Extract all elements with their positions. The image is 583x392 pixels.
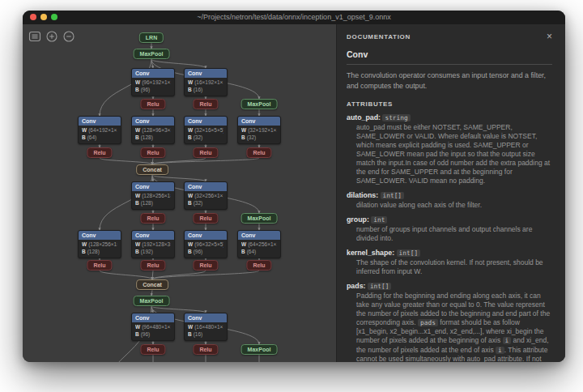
conv-node-header[interactable]: Conv <box>185 117 227 126</box>
graph-node-conv[interactable]: ConvW(96×192×1×1)B(96) <box>131 68 175 96</box>
conv-weight-row: W(128×256×1×1) <box>82 241 117 249</box>
conv-weight-row: B(192) <box>135 249 171 256</box>
graph-node-relu[interactable]: Relu <box>140 147 165 158</box>
conv-node-body: W(96×480×1×1)B(96) <box>132 322 174 340</box>
conv-node-body: W(32×16×5×5)B(32) <box>185 126 227 143</box>
graph-node-relu[interactable]: Relu <box>246 260 271 271</box>
attribute-type: int[] <box>368 283 391 290</box>
graph-edge <box>152 271 153 279</box>
attribute-type: int[] <box>397 249 420 257</box>
conv-node-header[interactable]: Conv <box>132 313 174 322</box>
graph-node-relu[interactable]: Relu <box>140 344 165 355</box>
conv-node-body: W(16×480×1×1)B(16) <box>185 322 227 340</box>
attribute-name: group: int <box>347 215 552 224</box>
conv-node-header[interactable]: Conv <box>238 231 280 240</box>
conv-weight-row: W(96×32×5×5) <box>188 241 223 249</box>
conv-node-body: W(192×128×3×3)B(192) <box>132 240 174 258</box>
close-icon[interactable]: × <box>547 32 552 40</box>
conv-node-body: W(96×192×1×1)B(96) <box>132 78 174 96</box>
app-window: ~/Projects/netron/test/data/onnx/incepti… <box>23 11 565 362</box>
conv-weight-row: B(96) <box>188 249 223 256</box>
graph-node-concat[interactable]: Concat <box>136 164 168 175</box>
conv-weight-row: W(128×256×1×1) <box>135 193 171 200</box>
attribute-entry: auto_pad: stringauto_pad must be either … <box>347 113 552 185</box>
graph-node-maxpool[interactable]: MaxPool <box>134 296 170 306</box>
conv-node-header[interactable]: Conv <box>79 117 121 126</box>
attribute-description: auto_pad must be either NOTSET, SAME_UPP… <box>356 123 552 185</box>
graph-node-maxpool[interactable]: MaxPool <box>241 99 278 109</box>
conv-node-body: W(128×96×3×3)B(128) <box>132 126 174 143</box>
graph-node-conv[interactable]: ConvW(192×128×3×3)B(192) <box>131 230 175 258</box>
graph-edge <box>100 158 152 164</box>
graph-node-concat[interactable]: Concat <box>136 279 168 290</box>
graph-edge <box>151 290 152 296</box>
graph-node-relu[interactable]: Relu <box>193 99 218 109</box>
conv-weight-row: W(32×256×1×1) <box>188 193 223 200</box>
documentation-panel: DOCUMENTATION × Conv The convolution ope… <box>336 24 565 362</box>
conv-node-body: W(128×256×1×1)B(128) <box>79 240 121 258</box>
attribute-type: string <box>382 114 410 121</box>
graph-edge <box>152 158 153 164</box>
conv-weight-row: B(128) <box>82 249 117 256</box>
graph-node-conv[interactable]: ConvW(128×96×3×3)B(128) <box>131 116 175 144</box>
graph-node-relu[interactable]: Relu <box>87 147 112 158</box>
conv-node-header[interactable]: Conv <box>185 231 227 240</box>
graph-node-relu[interactable]: Relu <box>193 213 218 224</box>
graph-node-lrn[interactable]: LRN <box>139 32 164 43</box>
attribute-name: pads: int[] <box>347 282 552 290</box>
conv-weight-row: B(128) <box>135 134 171 142</box>
graph-node-conv[interactable]: ConvW(32×256×1×1)B(32) <box>184 181 228 210</box>
graph-edge <box>152 271 206 279</box>
conv-weight-row: B(128) <box>135 200 171 207</box>
conv-node-header[interactable]: Conv <box>132 182 174 191</box>
graph-node-conv[interactable]: ConvW(96×32×5×5)B(96) <box>184 230 228 258</box>
graph-node-conv[interactable]: ConvW(16×480×1×1)B(16) <box>184 313 228 341</box>
conv-weight-row: B(16) <box>188 331 223 339</box>
attributes-list: auto_pad: stringauto_pad must be either … <box>347 113 552 363</box>
graph-node-relu[interactable]: Relu <box>140 260 165 271</box>
conv-node-header[interactable]: Conv <box>185 69 227 78</box>
graph-node-relu[interactable]: Relu <box>193 260 218 271</box>
conv-node-header[interactable]: Conv <box>132 231 174 240</box>
conv-node-header[interactable]: Conv <box>132 69 174 78</box>
graph-node-maxpool[interactable]: MaxPool <box>241 344 278 355</box>
conv-node-header[interactable]: Conv <box>185 182 227 191</box>
menu-icon[interactable] <box>28 30 41 43</box>
conv-node-body: W(64×192×1×1)B(64) <box>79 126 121 143</box>
zoom-in-icon[interactable] <box>45 30 58 43</box>
graph-node-relu[interactable]: Relu <box>193 344 218 355</box>
conv-weight-row: B(64) <box>241 249 277 256</box>
graph-node-maxpool[interactable]: MaxPool <box>241 213 278 224</box>
conv-node-header[interactable]: Conv <box>238 117 280 126</box>
graph-edge <box>100 271 152 279</box>
conv-node-header[interactable]: Conv <box>132 117 174 126</box>
graph-node-conv[interactable]: ConvW(64×192×1×1)B(64) <box>78 116 121 144</box>
graph-node-conv[interactable]: ConvW(96×480×1×1)B(96) <box>131 313 175 341</box>
graph-node-conv[interactable]: ConvW(128×256×1×1)B(128) <box>78 230 121 258</box>
attributes-header: ATTRIBUTES <box>347 100 552 108</box>
graph-edge <box>151 306 206 313</box>
graph-node-relu[interactable]: Relu <box>140 213 165 224</box>
conv-weight-row: W(16×192×1×1) <box>188 79 223 87</box>
attribute-entry: pads: int[]Padding for the beginning and… <box>347 282 552 362</box>
graph-node-relu[interactable]: Relu <box>246 147 271 158</box>
graph-node-relu[interactable]: Relu <box>193 147 218 158</box>
attribute-entry: kernel_shape: int[]The shape of the conv… <box>347 249 552 276</box>
conv-weight-row: W(96×480×1×1) <box>135 324 171 331</box>
conv-weight-row: W(96×192×1×1) <box>135 79 171 87</box>
graph-node-conv[interactable]: ConvW(128×256×1×1)B(128) <box>131 181 175 210</box>
conv-weight-row: W(16×480×1×1) <box>188 324 223 331</box>
conv-node-header[interactable]: Conv <box>79 231 121 240</box>
attribute-description: dilation value along each axis of the fi… <box>356 201 552 210</box>
graph-node-conv[interactable]: ConvW(32×192×1×1)B(32) <box>237 116 281 144</box>
graph-node-maxpool[interactable]: MaxPool <box>134 49 170 59</box>
conv-weight-row: W(128×96×3×3) <box>135 127 171 134</box>
conv-weight-row: B(64) <box>82 134 117 142</box>
graph-node-conv[interactable]: ConvW(64×256×1×1)B(64) <box>237 230 281 258</box>
graph-node-conv[interactable]: ConvW(32×16×5×5)B(32) <box>184 116 228 144</box>
zoom-out-icon[interactable] <box>62 30 75 43</box>
graph-node-relu[interactable]: Relu <box>140 99 165 109</box>
graph-node-conv[interactable]: ConvW(16×192×1×1)B(16) <box>184 68 228 96</box>
conv-node-header[interactable]: Conv <box>185 313 227 322</box>
graph-node-relu[interactable]: Relu <box>87 260 112 271</box>
